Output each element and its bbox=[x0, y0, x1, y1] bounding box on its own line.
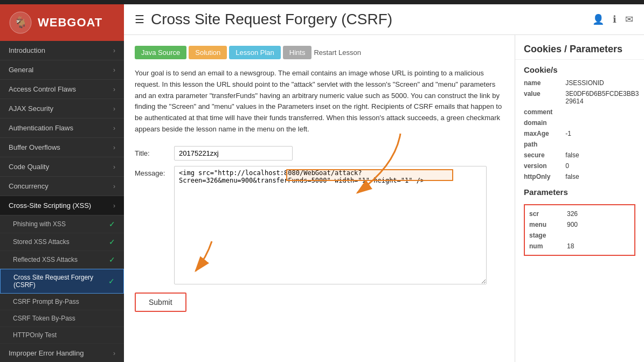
cookie-row: nameJSESSIONID bbox=[515, 78, 644, 88]
cookie-row: securefalse bbox=[515, 150, 644, 161]
sidebar-sub-csrf-token[interactable]: CSRF Token By-Pass bbox=[0, 310, 124, 327]
param-name: scr bbox=[525, 208, 563, 219]
title-group: Title: bbox=[135, 146, 504, 161]
user-icon[interactable]: 👤 bbox=[592, 13, 604, 25]
lesson-area: Java Source Solution Lesson Plan Hints R… bbox=[124, 35, 515, 362]
svg-text:🐐: 🐐 bbox=[14, 16, 27, 29]
page-title: Cross Site Request Forgery (CSRF) bbox=[151, 11, 586, 28]
lesson-plan-button[interactable]: Lesson Plan bbox=[229, 46, 281, 59]
cookie-row: path bbox=[515, 139, 644, 150]
cookie-row: value3E0DF6D6B5FCDE3BB329614 bbox=[515, 88, 644, 107]
right-panel: Cookies / Parameters Cookie/s nameJSESSI… bbox=[515, 35, 644, 362]
sidebar-sub-csrf[interactable]: Cross Site Request Forgery (CSRF) ✓ bbox=[0, 269, 124, 294]
logo-area: 🐐 WEBGOAT bbox=[0, 4, 124, 41]
cookie-value: -1 bbox=[557, 128, 644, 139]
cookie-name: maxAge bbox=[515, 128, 557, 139]
sidebar-item-auth[interactable]: Authentication Flaws › bbox=[0, 119, 124, 138]
cookie-row: domain bbox=[515, 117, 644, 128]
java-source-button[interactable]: Java Source bbox=[135, 46, 186, 59]
check-icon: ✓ bbox=[109, 238, 115, 246]
title-label: Title: bbox=[135, 146, 170, 157]
sidebar-sub-csrf-bypass[interactable]: CSRF Prompt By-Pass bbox=[0, 294, 124, 310]
top-bar bbox=[0, 0, 644, 4]
sidebar-item-introduction[interactable]: Introduction › bbox=[0, 41, 124, 60]
param-name: stage bbox=[525, 230, 563, 241]
cookies-section-title: Cookie/s bbox=[515, 60, 644, 78]
param-row: menu900 bbox=[525, 219, 634, 230]
cookie-name: name bbox=[515, 78, 557, 88]
check-icon: ✓ bbox=[108, 277, 115, 286]
chevron-right-icon: › bbox=[113, 86, 115, 93]
cookie-value: 3E0DF6D6B5FCDE3BB329614 bbox=[557, 88, 644, 107]
parameters-section-title: Parameters bbox=[515, 182, 644, 200]
webgoat-logo-icon: 🐐 bbox=[9, 11, 32, 34]
cookie-value: false bbox=[557, 150, 644, 161]
message-textarea[interactable] bbox=[174, 166, 487, 284]
submit-button[interactable]: Submit bbox=[135, 293, 186, 312]
chevron-right-icon: › bbox=[113, 47, 115, 54]
restart-lesson-button[interactable]: Restart Lesson bbox=[314, 48, 361, 57]
param-value: 326 bbox=[563, 208, 634, 219]
param-value: 900 bbox=[563, 219, 634, 230]
sidebar-item-ajax[interactable]: AJAX Security › bbox=[0, 99, 124, 119]
title-input[interactable] bbox=[174, 146, 293, 161]
cookie-value: false bbox=[557, 171, 644, 182]
chevron-right-icon: › bbox=[113, 350, 115, 357]
cookie-name: comment bbox=[515, 107, 557, 117]
sidebar-sub-reflected-xss[interactable]: Reflected XSS Attacks ✓ bbox=[0, 251, 124, 269]
panel-title: Cookies / Parameters bbox=[515, 35, 644, 60]
sidebar-item-access-control[interactable]: Access Control Flaws › bbox=[0, 80, 124, 99]
cookie-value bbox=[557, 139, 644, 150]
cookie-name: value bbox=[515, 88, 557, 107]
info-icon[interactable]: ℹ bbox=[613, 13, 617, 25]
cookies-table: nameJSESSIONIDvalue3E0DF6D6B5FCDE3BB3296… bbox=[515, 78, 644, 182]
sidebar-item-general[interactable]: General › bbox=[0, 60, 124, 80]
sidebar-sub-stored-xss[interactable]: Stored XSS Attacks ✓ bbox=[0, 233, 124, 251]
cookie-row: maxAge-1 bbox=[515, 128, 644, 139]
sidebar-sub-httponly[interactable]: HTTPOnly Test bbox=[0, 327, 124, 344]
param-row: num18 bbox=[525, 241, 634, 252]
parameters-table: scr326menu900stagenum18 bbox=[525, 208, 634, 252]
message-label: Message: bbox=[135, 166, 170, 177]
cookie-value: 0 bbox=[557, 161, 644, 171]
main-split: Java Source Solution Lesson Plan Hints R… bbox=[124, 35, 644, 362]
toolbar: Java Source Solution Lesson Plan Hints R… bbox=[135, 46, 504, 59]
logo-text: WEBGOAT bbox=[38, 16, 102, 30]
chevron-right-icon: › bbox=[113, 144, 115, 151]
param-value bbox=[563, 230, 634, 241]
envelope-icon[interactable]: ✉ bbox=[625, 13, 633, 25]
sidebar-sub-phishing[interactable]: Phishing with XSS ✓ bbox=[0, 215, 124, 233]
header-icons: 👤 ℹ ✉ bbox=[592, 13, 633, 25]
cookie-row: httpOnlyfalse bbox=[515, 171, 644, 182]
sidebar-item-code-quality[interactable]: Code Quality › bbox=[0, 157, 124, 177]
sidebar-item-xss[interactable]: Cross-Site Scripting (XSS) › bbox=[0, 196, 124, 215]
chevron-down-icon: › bbox=[113, 202, 115, 210]
cookie-name: secure bbox=[515, 150, 557, 161]
cookie-value: JSESSIONID bbox=[557, 78, 644, 88]
content-area: ☰ Cross Site Request Forgery (CSRF) 👤 ℹ … bbox=[124, 4, 644, 362]
param-row: scr326 bbox=[525, 208, 634, 219]
chevron-right-icon: › bbox=[113, 105, 115, 113]
hints-button[interactable]: Hints bbox=[283, 46, 312, 59]
chevron-right-icon: › bbox=[113, 124, 115, 132]
cookie-name: path bbox=[515, 139, 557, 150]
sidebar-item-improper-error[interactable]: Improper Error Handling › bbox=[0, 344, 124, 362]
solution-button[interactable]: Solution bbox=[189, 46, 227, 59]
sidebar-item-buffer[interactable]: Buffer Overflows › bbox=[0, 138, 124, 157]
param-name: num bbox=[525, 241, 563, 252]
check-icon: ✓ bbox=[109, 255, 115, 264]
message-group: Message: bbox=[135, 166, 504, 286]
cookie-row: version0 bbox=[515, 161, 644, 171]
hamburger-button[interactable]: ☰ bbox=[135, 13, 144, 26]
check-icon: ✓ bbox=[109, 220, 115, 228]
cookie-name: version bbox=[515, 161, 557, 171]
main-layout: 🐐 WEBGOAT Introduction › General › Acces… bbox=[0, 4, 644, 362]
chevron-right-icon: › bbox=[113, 163, 115, 171]
header: ☰ Cross Site Request Forgery (CSRF) 👤 ℹ … bbox=[124, 4, 644, 35]
cookie-name: httpOnly bbox=[515, 171, 557, 182]
param-value: 18 bbox=[563, 241, 634, 252]
sidebar-item-concurrency[interactable]: Concurrency › bbox=[0, 177, 124, 196]
cookie-value bbox=[557, 107, 644, 117]
message-wrapper bbox=[174, 166, 487, 286]
param-row: stage bbox=[525, 230, 634, 241]
